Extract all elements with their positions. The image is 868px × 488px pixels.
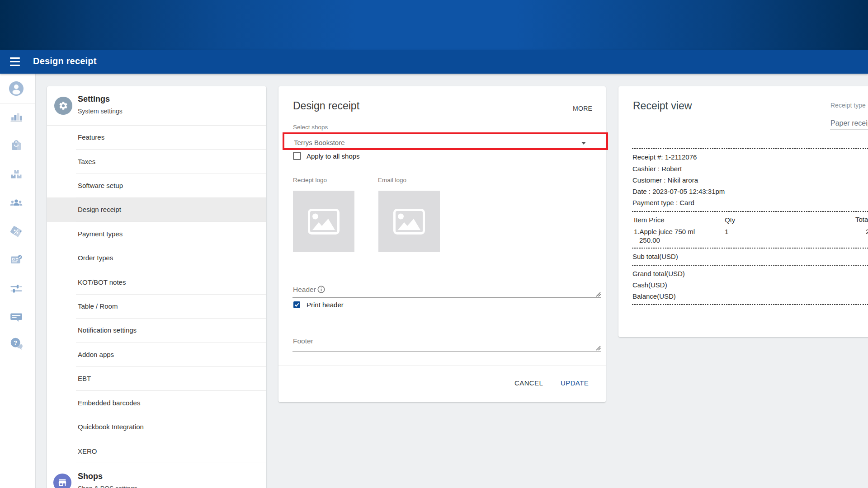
svg-text:?: ? [14,339,17,346]
